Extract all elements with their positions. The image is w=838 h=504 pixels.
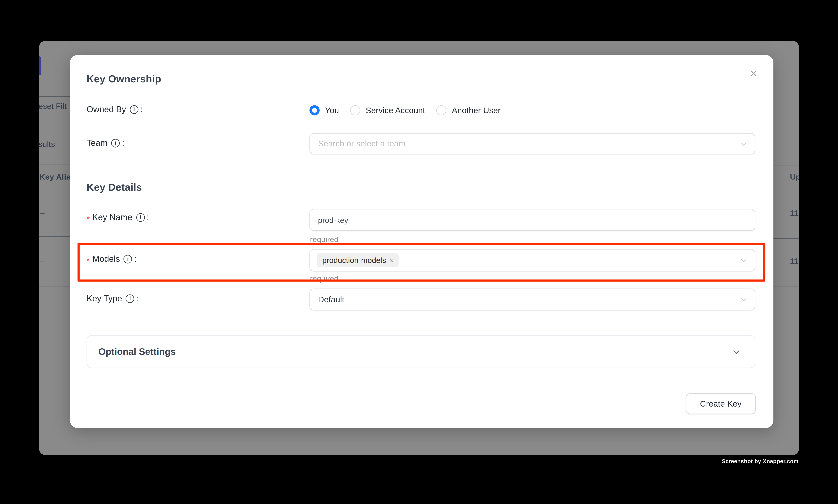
screenshot-canvas: eset Filt sults Key Alia – – Up 11/ 11/ … bbox=[0, 0, 838, 504]
key-details-heading: Key Details bbox=[87, 182, 142, 194]
key-name-input[interactable]: prod-key bbox=[309, 209, 755, 231]
background-table-left: eset Filt sults Key Alia – – bbox=[39, 41, 71, 455]
radio-unselected-icon[interactable] bbox=[350, 105, 360, 115]
models-validation-message: required bbox=[310, 274, 339, 283]
owned-by-label: Owned By : bbox=[87, 105, 143, 114]
table-row: – bbox=[40, 256, 44, 266]
required-asterisk: * bbox=[87, 214, 90, 223]
info-icon[interactable] bbox=[136, 213, 145, 222]
radio-unselected-icon[interactable] bbox=[436, 105, 447, 115]
chevron-down-icon bbox=[740, 140, 747, 147]
optional-settings-toggle[interactable]: Optional Settings bbox=[87, 335, 755, 368]
divider bbox=[39, 96, 71, 97]
divider bbox=[773, 238, 799, 239]
updated-column-header: Up bbox=[790, 173, 799, 181]
background-table-right: Up 11/ 11/ bbox=[773, 41, 799, 455]
key-type-label: Key Type : bbox=[87, 294, 139, 304]
models-label: * Models : bbox=[87, 254, 137, 264]
radio-owned-by-another-user[interactable]: Another User bbox=[436, 105, 501, 115]
team-label: Team : bbox=[87, 138, 124, 148]
key-alias-column-header: Key Alia bbox=[40, 173, 71, 181]
radio-selected-icon[interactable] bbox=[309, 105, 320, 115]
radio-owned-by-service-account[interactable]: Service Account bbox=[350, 105, 425, 115]
team-select[interactable]: Search or select a team bbox=[309, 133, 755, 155]
chevron-down-icon bbox=[740, 296, 747, 303]
create-key-button[interactable]: Create Key bbox=[686, 393, 756, 414]
divider bbox=[39, 165, 71, 165]
key-type-select[interactable]: Default bbox=[309, 288, 755, 310]
owned-by-radio-group: You Service Account Another User bbox=[309, 105, 501, 115]
key-ownership-heading: Key Ownership bbox=[87, 73, 161, 85]
divider bbox=[39, 236, 71, 237]
info-icon[interactable] bbox=[130, 105, 139, 114]
models-select[interactable]: production-models × bbox=[309, 249, 755, 271]
table-row: – bbox=[40, 208, 44, 217]
info-icon[interactable] bbox=[126, 294, 134, 303]
key-name-label: * Key Name : bbox=[87, 213, 149, 222]
divider bbox=[39, 286, 71, 287]
watermark: Screenshot by Xnapper.com bbox=[721, 458, 798, 464]
divider bbox=[773, 286, 799, 287]
table-row: 11/ bbox=[790, 209, 799, 218]
close-icon[interactable]: × bbox=[748, 68, 760, 79]
results-count-clipped-text: sults bbox=[39, 139, 55, 148]
info-icon[interactable] bbox=[111, 139, 120, 148]
key-name-validation-message: required bbox=[310, 235, 339, 244]
create-key-modal: × Key Ownership Owned By : You Service A… bbox=[70, 55, 773, 428]
table-row: 11/ bbox=[790, 256, 799, 266]
radio-owned-by-you[interactable]: You bbox=[309, 105, 339, 115]
chevron-down-icon bbox=[732, 348, 740, 356]
required-asterisk: * bbox=[87, 256, 90, 265]
reset-filters-clipped-text: eset Filt bbox=[39, 102, 67, 111]
info-icon[interactable] bbox=[124, 255, 132, 264]
chevron-down-icon bbox=[740, 257, 747, 264]
selected-model-tag: production-models × bbox=[317, 253, 399, 267]
divider bbox=[773, 166, 799, 166]
remove-tag-icon[interactable]: × bbox=[390, 257, 394, 264]
